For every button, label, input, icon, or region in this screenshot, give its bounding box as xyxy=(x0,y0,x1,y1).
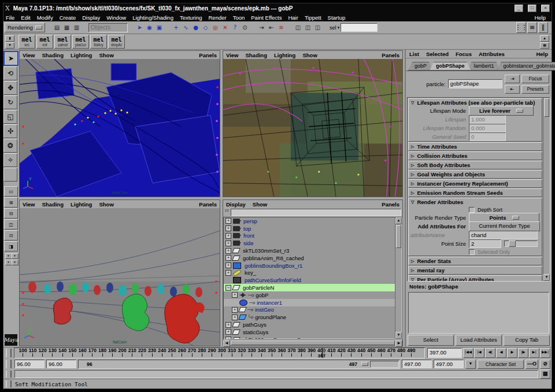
menu-set-dropdown[interactable]: Rendering xyxy=(5,23,45,32)
expand-toggle-icon[interactable]: + xyxy=(225,225,231,231)
select-by-component-icon[interactable]: ▣ xyxy=(154,23,164,32)
playback-options-dropdown-icon[interactable]: ▼ xyxy=(465,360,476,369)
slider-thumb[interactable] xyxy=(509,241,516,247)
three-pane-layout-button[interactable]: ⊡ xyxy=(4,230,18,241)
menu-item[interactable]: Texturing xyxy=(180,14,202,21)
scroll-left-icon[interactable]: ◀ xyxy=(223,340,230,347)
snap-to-curve-icon[interactable]: ∿ xyxy=(181,23,191,32)
section-header[interactable]: ▷ Render Stats xyxy=(409,257,542,265)
general-seed-field[interactable]: 0 xyxy=(469,132,506,141)
character-set-dropdown[interactable]: Character Set xyxy=(478,360,524,369)
section-header[interactable]: ▷ Goal Weights and Objects xyxy=(409,171,542,178)
ae-tab[interactable]: gobPShape xyxy=(430,62,471,71)
outliner-item[interactable]: + pathGuys xyxy=(224,321,395,328)
shelf-item[interactable]: mel fldAry xyxy=(90,35,107,49)
menu-item[interactable]: Lighting/Shading xyxy=(132,14,173,21)
command-line-grip[interactable] xyxy=(6,371,12,378)
expand-toggle-icon[interactable]: + xyxy=(232,292,238,298)
notes-area[interactable] xyxy=(408,292,549,334)
expand-toggle-icon[interactable]: + xyxy=(225,241,231,246)
layout-spinner-button[interactable]: ▾ xyxy=(12,260,18,265)
outliner-item[interactable]: + └o groundPlane xyxy=(224,313,395,321)
copy-tab-button[interactable]: Copy Tab xyxy=(504,335,550,346)
section-header[interactable]: ▷ Soft Body Attributes xyxy=(409,161,542,169)
ae-menu-attributes[interactable]: Attributes xyxy=(479,51,505,57)
outliner-item[interactable]: + staticGuys xyxy=(224,328,395,336)
window-system-icon[interactable]: X xyxy=(5,5,10,12)
select-button[interactable]: Select xyxy=(408,335,454,346)
scroll-down-icon[interactable]: ▼ xyxy=(543,274,550,281)
snap-to-grid-icon[interactable]: + xyxy=(171,23,181,32)
expand-toggle-icon[interactable]: − xyxy=(225,285,231,291)
viewport-menu-view[interactable]: View xyxy=(23,201,35,208)
go-to-start-button[interactable]: |◀◀ xyxy=(463,348,473,358)
selection-mask-dropdown[interactable]: Objects xyxy=(88,23,128,32)
expand-toggle-icon[interactable]: + xyxy=(232,315,238,320)
show-manipulator-tool[interactable]: ✧ xyxy=(3,153,17,167)
attribute-name-field[interactable]: charId xyxy=(469,231,538,239)
expand-toggle-icon[interactable]: + xyxy=(225,262,231,268)
render-globals-icon[interactable]: ◫ xyxy=(313,23,323,32)
viewport-menu-lighting[interactable]: Lighting xyxy=(71,201,92,208)
restore-ui-elements-toggle[interactable]: ∥ xyxy=(538,22,548,33)
select-by-object-icon[interactable]: ◉ xyxy=(145,23,154,32)
lifespan-field[interactable]: 1.000 xyxy=(469,115,506,124)
universal-manipulator-tool[interactable]: ✣ xyxy=(3,124,17,138)
hide-ui-elements-toggle[interactable]: ≡ xyxy=(527,22,537,33)
outliner-item[interactable]: + front xyxy=(224,232,395,240)
node-name-field[interactable]: gobPShape xyxy=(448,79,502,88)
expand-toggle-icon[interactable]: + xyxy=(225,255,231,261)
layout-spinner-button[interactable]: ▾ xyxy=(12,253,18,259)
animation-preferences-icon[interactable]: ⊘ xyxy=(540,360,550,369)
outliner-item[interactable]: + skTL030mmSet_r3 xyxy=(224,247,395,254)
viewport-menu-shading[interactable]: Shading xyxy=(245,52,267,58)
quick-select-arrow-icon[interactable]: ▼ xyxy=(337,26,341,29)
outliner-item[interactable]: + ─o gobP xyxy=(224,291,395,299)
minimize-button[interactable]: _ xyxy=(515,5,523,12)
menu-item[interactable]: Render xyxy=(209,14,227,21)
viewport-canvas-goblins[interactable]: Y flatCam xyxy=(20,208,220,346)
expand-toggle-icon[interactable]: + xyxy=(225,322,231,328)
expand-toggle-icon[interactable]: + xyxy=(225,270,231,276)
outliner-item[interactable]: + ─o instGeo xyxy=(224,306,395,314)
viewport-canvas-camera[interactable] xyxy=(223,59,402,197)
shelf-item[interactable]: mel init xyxy=(36,35,53,49)
point-size-field[interactable]: 2 xyxy=(469,239,501,248)
make-live-icon[interactable]: ◎ xyxy=(210,23,220,32)
shelf-menu-button[interactable]: ▼ xyxy=(5,42,14,49)
command-line-input[interactable] xyxy=(14,370,538,378)
outliner-item[interactable]: + top xyxy=(224,225,395,232)
snap-to-plane-icon[interactable]: ◇ xyxy=(201,23,210,32)
menu-item[interactable]: Hair xyxy=(288,14,298,21)
outliner-item[interactable]: + persp xyxy=(224,217,395,225)
go-to-end-button[interactable]: ▶▶| xyxy=(540,348,550,358)
menu-item[interactable]: File xyxy=(6,14,14,21)
depth-sort-checkbox[interactable] xyxy=(469,207,475,213)
viewport-menu-show[interactable]: Show xyxy=(99,201,113,208)
ae-tab[interactable]: gobInstancer_gobInstancer xyxy=(497,62,555,71)
ae-menu-help[interactable]: Help xyxy=(536,51,548,57)
menu-item[interactable]: Edit xyxy=(21,14,30,21)
select-tool[interactable]: ➤ xyxy=(3,51,18,66)
outliner-filter-icon[interactable]: ≡≡ xyxy=(224,209,230,216)
list-input-connections-icon[interactable]: ⇥ xyxy=(257,23,267,32)
move-tool[interactable]: ✥ xyxy=(3,81,17,95)
step-back-frame-button[interactable]: |◀ xyxy=(474,348,484,358)
ae-show-list-icon[interactable]: ⇥ xyxy=(505,75,520,83)
viewport-menu-view[interactable]: View xyxy=(226,52,238,58)
snap-to-point-icon[interactable]: ● xyxy=(191,23,201,32)
ae-menu-focus[interactable]: Focus xyxy=(456,51,472,57)
ae-tab[interactable]: lambert1 xyxy=(468,62,501,71)
new-scene-icon[interactable]: ▤ xyxy=(52,23,62,32)
section-header[interactable]: ▷ Collision Attributes xyxy=(409,152,542,160)
open-render-view-icon[interactable]: ◫ xyxy=(293,23,303,32)
ae-menu-selected[interactable]: Selected xyxy=(426,51,449,57)
save-scene-icon[interactable]: ▥ xyxy=(72,23,82,32)
two-pane-side-layout-button[interactable]: ◫ xyxy=(4,219,18,230)
play-forward-button[interactable]: ▶ xyxy=(507,348,517,358)
playback-end-field[interactable]: 497.00 xyxy=(402,360,432,368)
render-current-frame-icon[interactable]: ◫ xyxy=(303,23,313,32)
quick-select-input[interactable] xyxy=(341,23,378,32)
rotate-tool[interactable]: ↻ xyxy=(3,95,17,109)
viewport-menu-lighting[interactable]: Lighting xyxy=(274,52,295,58)
